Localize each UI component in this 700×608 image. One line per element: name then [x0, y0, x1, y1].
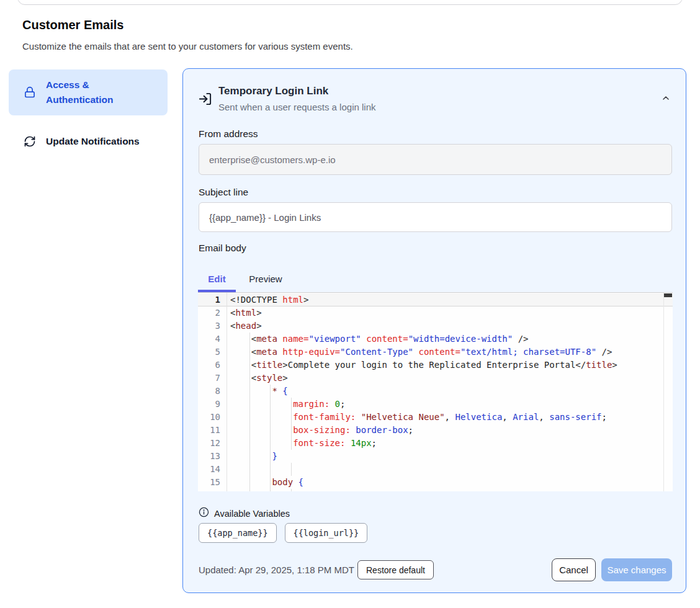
line-content: margin: 0;	[230, 398, 345, 411]
variable-chip-login_url[interactable]: {{login_url}}	[285, 523, 368, 543]
line-content: <meta http-equiv="Content-Type" content=…	[230, 346, 612, 359]
line-content: <head>	[230, 320, 262, 333]
sidebar-item-update-notifications[interactable]: Update Notifications	[9, 127, 168, 156]
panel-title: Temporary Login Link	[218, 85, 328, 97]
line-content: }	[230, 450, 277, 463]
code-lines: 1<!DOCTYPE html>2<html>3<head>4 <meta na…	[198, 293, 663, 491]
updated-timestamp: Updated: Apr 29, 2025, 1:18 PM MDT	[199, 558, 354, 581]
variable-chips: {{app_name}}{{login_url}}	[199, 523, 367, 543]
sidebar-item-label: Access & Authentication	[46, 78, 159, 107]
line-number: 14	[198, 463, 220, 476]
variable-chip-app_name[interactable]: {{app_name}}	[199, 523, 277, 543]
page-title: Customer Emails	[22, 18, 123, 32]
line-number: 2	[198, 306, 220, 320]
subject-line-label: Subject line	[199, 187, 248, 198]
indent-guide	[270, 463, 271, 476]
line-number: 15	[198, 476, 220, 489]
available-variables-label: Available Variables	[214, 509, 290, 519]
code-line-13: 13 }	[198, 450, 663, 463]
line-content: * {	[230, 385, 288, 398]
from-address-label: From address	[199, 128, 258, 140]
code-line-5: 5 <meta http-equiv="Content-Type" conten…	[198, 346, 663, 359]
line-number: 7	[198, 372, 220, 385]
code-line-1: 1<!DOCTYPE html>	[198, 293, 673, 306]
line-content: <html>	[230, 306, 262, 320]
line-content: <style>	[230, 372, 288, 385]
line-content: body {	[230, 476, 303, 489]
line-number: 16	[198, 489, 220, 491]
email-body-tabs: EditPreview	[198, 267, 295, 290]
customer-emails-page: Customer Emails Customize the emails tha…	[0, 0, 700, 608]
lock-icon	[24, 86, 36, 99]
collapse-panel-button[interactable]	[657, 91, 675, 106]
line-number: 5	[198, 346, 220, 359]
email-body-code-editor[interactable]: 1<!DOCTYPE html>2<html>3<head>4 <meta na…	[198, 292, 673, 491]
code-line-6: 6 <title>Complete your login to the Repl…	[198, 359, 663, 372]
tab-preview[interactable]: Preview	[236, 267, 295, 290]
line-number: 11	[198, 424, 220, 437]
line-number: 8	[198, 385, 220, 398]
line-number: 9	[198, 398, 220, 411]
line-number: 4	[198, 333, 220, 346]
chevron-up-icon	[661, 96, 671, 105]
code-line-9: 9 margin: 0;	[198, 398, 663, 411]
line-number: 10	[198, 411, 220, 424]
line-content: font-size: 14px;	[230, 437, 377, 450]
refresh-icon	[24, 135, 36, 148]
line-content: <title>Complete your login to the Replic…	[230, 359, 617, 372]
code-line-3: 3<head>	[198, 320, 663, 333]
info-icon[interactable]	[199, 507, 209, 520]
email-types-sidebar: Access & AuthenticationUpdate Notificati…	[9, 69, 168, 156]
email-body-label: Email body	[199, 243, 246, 254]
log-in-icon	[198, 92, 212, 109]
tab-edit[interactable]: Edit	[198, 267, 236, 290]
line-content: font-family: "Helvetica Neue", Helvetica…	[230, 411, 607, 424]
line-content: <!DOCTYPE html>	[230, 293, 308, 306]
code-line-11: 11 box-sizing: border-box;	[198, 424, 663, 437]
line-content: <meta name="viewport" content="width=dev…	[230, 333, 529, 346]
line-number: 1	[198, 293, 220, 306]
code-line-16: 16 background-color: #f9f9f9;	[198, 489, 663, 491]
temporary-login-link-card: Temporary Login Link Sent when a user re…	[182, 68, 686, 593]
previous-card-bottom-edge	[17, 0, 683, 5]
gutter-separator	[227, 293, 227, 491]
code-line-2: 2<html>	[198, 306, 663, 320]
line-content: box-sizing: border-box;	[230, 424, 413, 437]
line-content: background-color: #f9f9f9;	[230, 489, 429, 491]
page-subtitle: Customize the emails that are sent to yo…	[22, 41, 353, 51]
line-number: 13	[198, 450, 220, 463]
code-line-14: 14	[198, 463, 663, 476]
editor-scrollbar-thumb[interactable]	[664, 293, 672, 297]
line-number: 3	[198, 320, 220, 333]
code-line-10: 10 font-family: "Helvetica Neue", Helvet…	[198, 411, 663, 424]
subject-line-input[interactable]	[199, 202, 672, 232]
line-number: 6	[198, 359, 220, 372]
code-line-4: 4 <meta name="viewport" content="width=d…	[198, 333, 663, 346]
editor-scrollbar-track	[663, 293, 664, 491]
indent-guide	[249, 463, 250, 476]
code-line-15: 15 body {	[198, 476, 663, 489]
panel-subtitle: Sent when a user requests a login link	[218, 102, 375, 112]
panel-footer: Updated: Apr 29, 2025, 1:18 PM MDT Resto…	[183, 558, 687, 582]
from-address-input[interactable]	[199, 144, 672, 175]
code-line-8: 8 * {	[198, 385, 663, 398]
save-changes-button[interactable]: Save changes	[601, 558, 672, 581]
indent-guide	[291, 463, 292, 476]
cancel-button[interactable]: Cancel	[552, 558, 596, 581]
sidebar-item-access-authentication[interactable]: Access & Authentication	[9, 69, 168, 115]
available-variables-row: Available Variables	[199, 507, 290, 520]
restore-default-button[interactable]: Restore default	[357, 560, 434, 579]
line-number: 12	[198, 437, 220, 450]
code-line-12: 12 font-size: 14px;	[198, 437, 663, 450]
code-line-7: 7 <style>	[198, 372, 663, 385]
sidebar-item-label: Update Notifications	[46, 134, 140, 149]
